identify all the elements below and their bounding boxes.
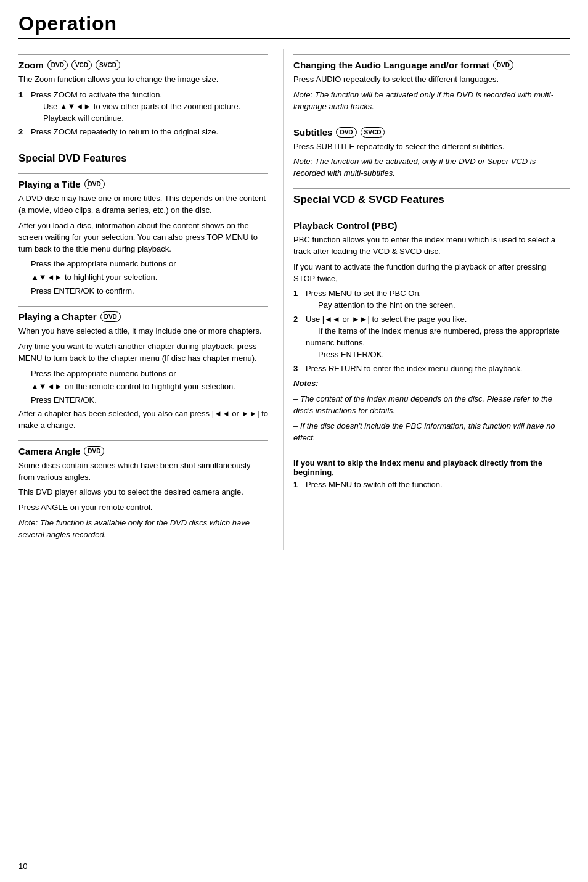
- skip-index-steps: 1 Press MENU to switch off the function.: [293, 479, 570, 491]
- playing-title-heading: Playing a Title DVD: [18, 179, 268, 189]
- special-dvd-title: Special DVD Features: [18, 147, 268, 165]
- zoom-step-1: 1 Press ZOOM to activate the function. U…: [18, 89, 268, 125]
- pbc-notes-title: Notes:: [293, 378, 570, 390]
- skip-index-step-1: 1 Press MENU to switch off the function.: [293, 479, 570, 491]
- skip-index-title: If you want to skip the index menu and p…: [293, 458, 570, 477]
- camera-angle-section: Camera Angle DVD Some discs contain scen…: [18, 440, 268, 541]
- playing-title-dvd-badge: DVD: [84, 179, 105, 189]
- zoom-intro: The Zoom function allows you to change t…: [18, 74, 268, 86]
- playing-chapter-para1: When you have selected a title, it may i…: [18, 326, 268, 337]
- page-title: Operation: [18, 12, 117, 35]
- pbc-step-2: 2 Use |◄◄ or ►►| to select the page you …: [293, 314, 570, 360]
- camera-angle-heading: Camera Angle DVD: [18, 446, 268, 456]
- right-column: Changing the Audio Language and/or forma…: [283, 49, 570, 550]
- subtitles-section: Subtitles DVD SVCD Press SUBTITLE repeat…: [293, 122, 570, 180]
- pbc-step-1: 1 Press MENU to set the PBC On. Pay atte…: [293, 288, 570, 311]
- changing-audio-divider: [293, 54, 570, 55]
- pbc-step-3: 3 Press RETURN to enter the index menu d…: [293, 363, 570, 375]
- camera-angle-para3: Press ANGLE on your remote control.: [18, 502, 268, 514]
- two-column-layout: Zoom DVD VCD SVCD The Zoom function allo…: [18, 49, 570, 550]
- playing-title-para1: A DVD disc may have one or more titles. …: [18, 193, 268, 216]
- playing-title-divider: [18, 173, 268, 174]
- playing-chapter-sub2: ▲▼◄► on the remote control to highlight …: [18, 381, 268, 393]
- page: Operation Zoom DVD VCD SVCD The Zoom fun…: [0, 0, 588, 882]
- subtitles-divider: [293, 122, 570, 122]
- special-vcd-title: Special VCD & SVCD Features: [293, 188, 570, 206]
- changing-audio-note: Note: The function will be activated onl…: [293, 89, 570, 113]
- camera-angle-note: Note: The function is available only for…: [18, 517, 268, 541]
- vcd-badge: VCD: [71, 60, 92, 70]
- playing-title-sub3: Press ENTER/OK to confirm.: [18, 286, 268, 297]
- playing-chapter-divider: [18, 306, 268, 307]
- playing-chapter-heading: Playing a Chapter DVD: [18, 311, 268, 322]
- changing-audio-heading: Changing the Audio Language and/or forma…: [293, 60, 570, 70]
- page-header: Operation: [18, 12, 570, 39]
- skip-index-section: If you want to skip the index menu and p…: [293, 453, 570, 491]
- pbc-para1: PBC function allows you to enter the ind…: [293, 234, 570, 258]
- pbc-heading: Playback Control (PBC): [293, 220, 570, 231]
- changing-audio-dvd-badge: DVD: [493, 60, 513, 70]
- camera-angle-para2: This DVD player allows you to select the…: [18, 487, 268, 498]
- page-number: 10: [18, 862, 27, 871]
- changing-audio-section: Changing the Audio Language and/or forma…: [293, 54, 570, 113]
- special-vcd-section: Special VCD & SVCD Features: [293, 188, 570, 206]
- playing-title-sub2: ▲▼◄► to highlight your selection.: [18, 272, 268, 284]
- subtitles-para1: Press SUBTITLE repeatedly to select the …: [293, 141, 570, 153]
- zoom-section: Zoom DVD VCD SVCD The Zoom function allo…: [18, 54, 268, 138]
- pbc-note-1: – The content of the index menu depends …: [293, 394, 570, 417]
- playing-chapter-sub4: After a chapter has been selected, you a…: [18, 408, 268, 432]
- playing-chapter-sub1: Press the appropriate numeric buttons or: [18, 368, 268, 380]
- camera-angle-dvd-badge: DVD: [84, 446, 104, 456]
- camera-angle-divider: [18, 440, 268, 441]
- pbc-note-2: – If the disc doesn't include the PBC in…: [293, 421, 570, 444]
- playing-chapter-dvd-badge: DVD: [100, 311, 121, 322]
- subtitles-svcd-badge: SVCD: [361, 127, 385, 138]
- playing-title-para2: After you load a disc, information about…: [18, 220, 268, 255]
- playing-title-section: Playing a Title DVD A DVD disc may have …: [18, 173, 268, 297]
- subtitles-dvd-badge: DVD: [336, 127, 356, 138]
- playing-chapter-sub3: Press ENTER/OK.: [18, 395, 268, 406]
- pbc-steps: 1 Press MENU to set the PBC On. Pay atte…: [293, 288, 570, 374]
- left-column: Zoom DVD VCD SVCD The Zoom function allo…: [18, 49, 283, 550]
- playing-chapter-section: Playing a Chapter DVD When you have sele…: [18, 306, 268, 432]
- dvd-badge: DVD: [47, 60, 68, 70]
- subtitles-heading: Subtitles DVD SVCD: [293, 127, 570, 138]
- playback-control-section: Playback Control (PBC) PBC function allo…: [293, 215, 570, 444]
- pbc-divider: [293, 215, 570, 215]
- zoom-divider: [18, 54, 268, 55]
- playing-chapter-para2: Any time you want to watch another chapt…: [18, 341, 268, 365]
- playing-title-sub1: Press the appropriate numeric buttons or: [18, 258, 268, 270]
- changing-audio-para1: Press AUDIO repeatedly to select the dif…: [293, 74, 570, 86]
- camera-angle-para1: Some discs contain scenes which have bee…: [18, 460, 268, 484]
- svcd-badge: SVCD: [96, 60, 120, 70]
- skip-index-divider: [293, 453, 570, 453]
- zoom-steps: 1 Press ZOOM to activate the function. U…: [18, 89, 268, 138]
- zoom-title: Zoom DVD VCD SVCD: [18, 60, 268, 70]
- zoom-step-2: 2 Press ZOOM repeatedly to return to the…: [18, 126, 268, 138]
- subtitles-note: Note: The function will be activated, on…: [293, 156, 570, 179]
- pbc-para2: If you want to activate the function dur…: [293, 262, 570, 285]
- special-dvd-section: Special DVD Features: [18, 147, 268, 165]
